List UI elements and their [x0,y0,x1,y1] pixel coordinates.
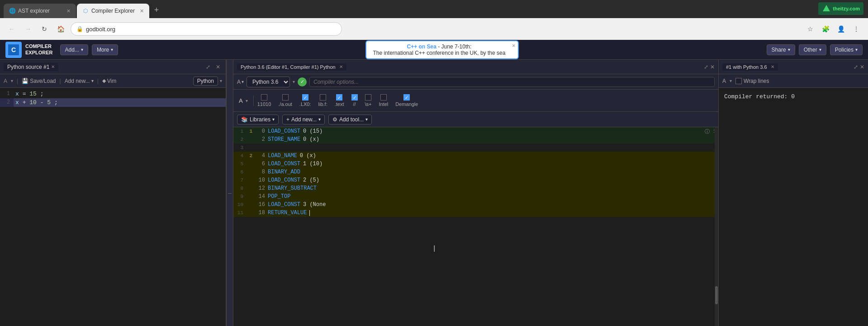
policies-label: Policies [835,47,854,53]
vim-icon: ◆ [102,78,106,84]
asm-args-4: 0 (x) [300,153,316,159]
profile-button[interactable]: 👤 [835,23,847,35]
wrap-lines-label[interactable]: Wrap lines [735,78,769,84]
asm-option-11010[interactable]: 11010 [257,94,271,107]
asm-line-9: 9 14 POP_TOP [233,192,718,201]
asm-option-libf[interactable]: lib.f: [318,94,327,107]
output-tab[interactable]: #1 with Python 3.6 ✕ [722,63,778,71]
asm-option-aout[interactable]: ./a.out [278,94,292,107]
source-tab-close[interactable]: ✕ [51,64,55,69]
scrollbar-track[interactable] [715,127,718,326]
asm-option-text[interactable]: ✓ .text [335,94,344,107]
tab-ast[interactable]: 🌐 AST explorer ✕ [4,4,76,18]
line-content-1: x = 15 ; [14,90,226,98]
asm-info-icon-1[interactable]: ⓘ [705,128,710,135]
compiler-output-tab[interactable]: Python 3.6 (Editor #1, Compiler #1) Pyth… [237,63,346,71]
asm-args-5: 1 (10) [303,161,323,167]
bookmark-button[interactable]: ☆ [804,23,816,35]
asm-checkbox-lx0[interactable]: ✓ [302,94,308,101]
forward-button[interactable]: → [22,23,34,35]
close-icon[interactable]: ✕ [214,63,222,71]
compiler-select[interactable]: Python 3.6 [247,77,290,87]
back-button[interactable]: ← [5,23,18,35]
add-button[interactable]: Add... ▾ [60,44,88,55]
compiler-favicon: ⬡ [82,8,89,14]
compiler-font-size[interactable]: A ▾ [237,79,244,85]
asm-checkbox-libf[interactable] [320,94,326,101]
asm-src-4: 2 [246,153,255,158]
source-tab[interactable]: Python source #1 ✕ [4,63,58,71]
compiler-status-badge: ✓ [298,77,307,86]
code-op-plus: + [23,99,30,106]
asm-offset-9: 14 [255,193,268,200]
asm-option-comments[interactable]: ✓ // [351,94,358,107]
banner-close-button[interactable]: × [512,43,515,49]
tab-compiler-close[interactable]: ✕ [140,8,144,14]
more-button[interactable]: More ▾ [92,44,118,55]
asm-toolbar-row: A ▾ 11010 ./a.out ✓ .LX0: [233,90,718,112]
home-button[interactable]: 🏠 [54,23,67,35]
asm-linenum-1: 1 [233,129,246,134]
middle-expand-icon[interactable]: ⤢ [704,64,708,70]
right-expand-icon[interactable]: ⤢ [854,64,858,70]
add-new-button[interactable]: Add new... ▾ [65,78,94,84]
asm-option-intel[interactable]: Intel [379,94,389,107]
asm-args-1: 0 (15) [303,128,323,134]
font-size-label: A [4,78,7,84]
other-button[interactable]: Other ▾ [799,44,826,55]
right-font-label[interactable]: A [722,78,726,84]
libraries-button[interactable]: 📚 Libraries ▾ [237,115,279,125]
text-cursor [309,210,310,216]
vim-button[interactable]: ◆ Vim [102,78,116,84]
save-load-button[interactable]: 💾 Save/Load [22,78,56,84]
policies-button[interactable]: Policies ▾ [830,44,863,55]
code-op-minus: - [40,99,47,106]
asm-option-demangle[interactable]: ✓ Demangle [395,94,418,107]
address-bar[interactable]: 🔒 godbolt.org [71,22,342,36]
compiler-options-input[interactable] [309,77,715,87]
watermark-inner: theitzy.com [818,2,863,15]
left-resize-handle[interactable]: – [226,60,233,326]
expand-icon[interactable]: ⤢ [204,63,212,71]
asm-checkbox-demangle[interactable]: ✓ [403,94,410,101]
add-tool-button[interactable]: ⚙ Add tool... ▾ [328,115,372,125]
asm-checkbox-comments[interactable]: ✓ [351,94,358,101]
menu-button[interactable]: ⋮ [850,23,863,35]
asm-checkbox-11010[interactable] [261,94,267,101]
extensions-button[interactable]: 🧩 [819,23,832,35]
scrollbar-thumb[interactable] [715,286,718,304]
asm-checkbox-aout[interactable] [282,94,289,101]
share-button[interactable]: Share ▾ [767,44,795,55]
tab-compiler[interactable]: ⬡ Compiler Explorer ✕ [77,4,149,18]
asm-args-7: 2 (5) [303,177,319,183]
line-num-2: 2 [0,98,14,107]
asm-option-whitespace[interactable]: \s+ [365,94,372,107]
asm-content[interactable]: 1 1 0 LOAD_CONST 0 (15) ⓘ ⋮ 2 2 STORE_NA… [233,127,718,326]
asm-checkbox-text[interactable]: ✓ [336,94,342,101]
asm-line-5: 5 6 LOAD_CONST 1 (10) [233,160,718,168]
save-load-label: Save/Load [30,78,56,84]
asm-option-lx0[interactable]: ✓ .LX0: [299,94,311,107]
asm-checkbox-intel[interactable] [380,94,387,101]
middle-add-new-icon: + [286,116,289,123]
tab-ast-close[interactable]: ✕ [66,8,71,14]
middle-panel-header: Python 3.6 (Editor #1, Compiler #1) Pyth… [233,60,718,74]
middle-add-new-button[interactable]: + Add new... ▾ [282,115,325,125]
asm-instr-7: LOAD_CONST [268,177,303,183]
code-editor[interactable]: 1 x = 15 ; 2 x + 10 - 5 ; [0,88,226,326]
new-tab-button[interactable]: + [150,4,163,16]
lang-selector[interactable]: Python ▾ [193,77,222,86]
asm-checkbox-whitespace[interactable] [365,94,371,101]
middle-close-icon[interactable]: ✕ [710,64,715,70]
wrap-checkbox[interactable] [735,78,742,84]
output-tab-close[interactable]: ✕ [771,64,774,69]
asm-instr-6: BINARY_ADD [268,169,303,175]
asm-instr-9: POP_TOP [268,193,293,200]
add-tool-icon: ⚙ [332,116,337,123]
refresh-button[interactable]: ↻ [38,23,51,35]
left-panel: Python source #1 ✕ ⤢ ✕ A ▾ | 💾 Save/Load… [0,60,226,326]
compiler-output-tab-close[interactable]: ✕ [339,64,343,69]
right-close-icon[interactable]: ✕ [860,64,864,70]
asm-linenum-7: 7 [233,177,246,183]
editor-toolbar-sep3: | [97,78,99,84]
